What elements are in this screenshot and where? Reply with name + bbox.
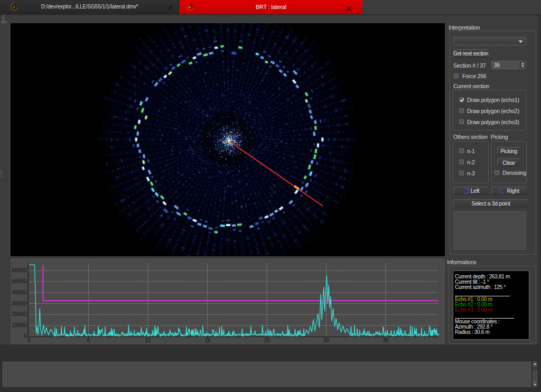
svg-text:24: 24 (264, 338, 270, 343)
svg-text:60000: 60000 (12, 267, 26, 273)
svg-text:30: 30 (323, 338, 330, 343)
svg-text:36: 36 (383, 338, 389, 343)
svg-text:18: 18 (204, 338, 211, 343)
svg-text:0: 0 (27, 338, 31, 343)
svg-text:30000: 30000 (12, 301, 26, 306)
svg-text:12: 12 (145, 338, 151, 343)
svg-text:6: 6 (87, 338, 90, 343)
svg-text:10000: 10000 (12, 322, 26, 328)
svg-text:50000: 50000 (12, 278, 26, 284)
svg-text:0: 0 (23, 333, 26, 339)
svg-text:40000: 40000 (12, 290, 26, 295)
svg-text:20000: 20000 (12, 311, 26, 317)
